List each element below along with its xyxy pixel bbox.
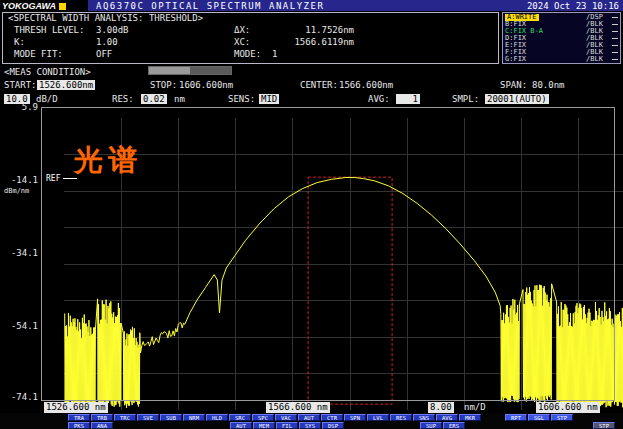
k-label: K: — [14, 37, 25, 47]
xc-label: XC: — [234, 37, 250, 47]
res-label: RES: — [112, 94, 134, 104]
toolbar-button-pks[interactable]: PKS — [68, 422, 90, 429]
thresh-level-label: THRESH LEVEL: — [14, 25, 84, 35]
toolbar-button-sgl[interactable]: SGL — [528, 414, 550, 421]
xc-value: 1566.6119nm — [258, 37, 354, 47]
sens-value[interactable]: MID — [259, 94, 279, 104]
toolbar-button-sup[interactable]: SUP — [420, 422, 442, 429]
trace-tick-icon — [612, 24, 618, 25]
res-unit: nm — [174, 94, 185, 104]
span-value[interactable]: 80.0nm — [532, 80, 565, 90]
toolbar-button-src[interactable]: SRC — [229, 414, 251, 421]
toolbar-button-sub[interactable]: SUB — [160, 414, 182, 421]
toolbar-button-stp[interactable]: STP — [551, 414, 573, 421]
avg-value[interactable]: 1 — [396, 94, 420, 104]
spectral-width-title: <SPECTRAL WIDTH ANALYSIS: THRESHOLD> — [8, 13, 203, 23]
sweep-progress-bar — [148, 66, 232, 75]
toolbar-cluster: PKSANA — [68, 422, 114, 429]
center-value[interactable]: 1566.600nm — [339, 80, 393, 90]
trace-status: /BLK — [586, 56, 612, 63]
toolbar-cluster: TRATRBTRCSVESUBNRMHLDSRCSPCVACAUTCTRSPNL… — [68, 414, 482, 421]
toolbar-button-aut[interactable]: AUT — [230, 422, 252, 429]
stop-label: STOP: — [150, 80, 177, 90]
trace-tick-icon — [612, 52, 618, 53]
toolbar-button-ers[interactable]: ERS — [443, 422, 465, 429]
center-label: CENTER: — [300, 80, 338, 90]
trace-tick-icon — [612, 38, 618, 39]
toolbar-button-hld[interactable]: HLD — [206, 414, 228, 421]
db-per-div-unit: dB/D — [36, 94, 58, 104]
y-axis-unit: dBm/nm — [4, 187, 29, 195]
toolbar-button-res[interactable]: RES — [390, 414, 412, 421]
toolbar-button-ana[interactable]: ANA — [91, 422, 113, 429]
stop-value[interactable]: 1606.600nm — [179, 80, 233, 90]
mode-fit-value: OFF — [96, 49, 112, 59]
y-axis-label: -34.1 — [2, 248, 38, 258]
x-scale-center: 1566.600 nm — [266, 402, 330, 413]
span-label: SPAN: — [500, 80, 527, 90]
delta-x-value: 11.7526nm — [258, 25, 354, 35]
smpl-value[interactable]: 20001(AUTO) — [485, 94, 549, 104]
ref-label: REF — [46, 174, 60, 183]
res-value[interactable]: 0.02 — [141, 94, 167, 104]
x-scale-per-div-unit: nm/D — [464, 402, 486, 413]
mode-fit-label: MODE FIT: — [14, 49, 63, 59]
x-scale-left: 1526.600 nm — [44, 402, 108, 413]
toolbar-button-aut[interactable]: AUT — [298, 414, 320, 421]
toolbar-button-sve[interactable]: SVE — [137, 414, 159, 421]
osa-screen: YOKOGAWA AQ6370C OPTICAL SPECTRUM ANALYZ… — [0, 0, 623, 429]
toolbar-button-nrm[interactable]: NRM — [183, 414, 205, 421]
trace-tick-icon — [612, 45, 618, 46]
toolbar-button-stp[interactable]: STP — [593, 422, 615, 429]
toolbar-button-avg[interactable]: AVG — [436, 414, 458, 421]
toolbar-button-vac[interactable]: VAC — [275, 414, 297, 421]
toolbar-button-mkr[interactable]: MKR — [459, 414, 481, 421]
sens-label: SENS: — [228, 94, 255, 104]
k-value: 1.00 — [96, 37, 118, 47]
y-axis-label: -54.1 — [2, 321, 38, 331]
trace-panel-rows: A:WRITE/DSPB:FIX/BLKC:FIX B-A/BLKD:FIX/B… — [502, 12, 621, 64]
toolbar-button-fil[interactable]: FIL — [276, 422, 298, 429]
toolbar-button-spc[interactable]: SPC — [252, 414, 274, 421]
toolbar-button-spn[interactable]: SPN — [344, 414, 366, 421]
toolbar-button-dsp[interactable]: DSP — [322, 422, 344, 429]
toolbar-button-lvl[interactable]: LVL — [367, 414, 389, 421]
toolbar-cluster: RPTSGLSTP — [505, 414, 574, 421]
y-axis-label: -74.1 — [2, 392, 38, 402]
toolbar-button-mem[interactable]: MEM — [253, 422, 275, 429]
mode-value: 1 — [272, 49, 277, 59]
graph-annotation: 光谱 — [74, 141, 142, 181]
trace-tick-icon — [612, 31, 618, 32]
toolbar-button-sns[interactable]: SNS — [413, 414, 435, 421]
brand-text: YOKOGAWA — [2, 1, 56, 11]
smpl-label: SMPL: — [452, 94, 479, 104]
trace-tick-icon — [612, 59, 618, 60]
spectrum-chart — [64, 118, 623, 410]
x-scale-per-div: 8.00 — [428, 402, 454, 413]
delta-x-label: ΔX: — [234, 25, 250, 35]
datetime-display: 2024 Oct 23 10:16 — [527, 1, 619, 11]
avg-label: AVG: — [368, 94, 390, 104]
toolbar-button-rpt[interactable]: RPT — [505, 414, 527, 421]
toolbar-cluster: SUPERS — [420, 422, 466, 429]
toolbar-button-sys[interactable]: SYS — [299, 422, 321, 429]
toolbar-cluster: STP — [593, 422, 616, 429]
toolbar-button-trb[interactable]: TRB — [91, 414, 113, 421]
sweep-progress-fill — [190, 67, 231, 74]
meas-condition-title: <MEAS CONDITION> — [4, 67, 91, 77]
toolbar-button-ctr[interactable]: CTR — [321, 414, 343, 421]
trace-name: G:FIX — [505, 56, 586, 63]
brand-mark-icon — [59, 3, 66, 10]
y-axis-label: 5.9 — [2, 102, 38, 112]
toolbar-button-trc[interactable]: TRC — [114, 414, 136, 421]
brand-logo: YOKOGAWA — [2, 1, 66, 11]
page-title: AQ6370C OPTICAL SPECTRUM ANALYZER — [96, 1, 324, 11]
trace-tick-icon — [612, 17, 618, 18]
start-label: START: — [4, 80, 37, 90]
toolbar-cluster: AUTMEMFILSYSDSP — [230, 422, 345, 429]
start-value[interactable]: 1526.600nm — [37, 80, 95, 90]
mode-label: MODE: — [234, 49, 261, 59]
toolbar-button-tra[interactable]: TRA — [68, 414, 90, 421]
y-axis-label: -14.1 — [2, 175, 38, 185]
trace-row[interactable]: G:FIX/BLK — [505, 56, 618, 63]
